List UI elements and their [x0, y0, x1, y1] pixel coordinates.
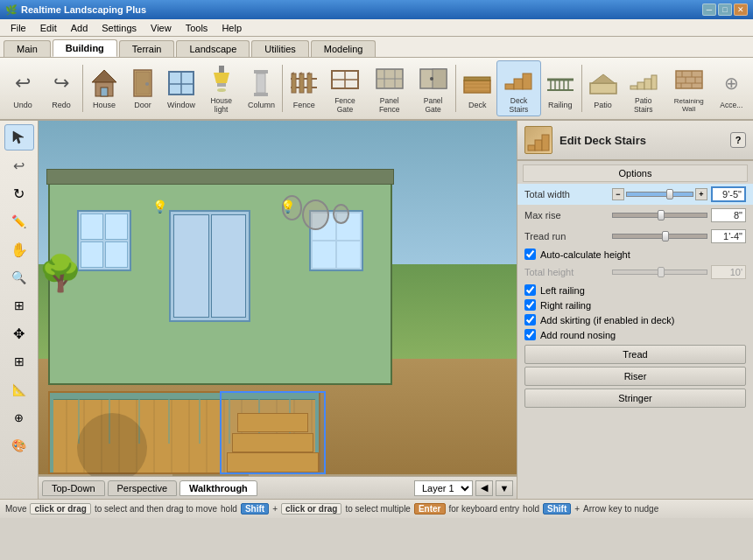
view-tab-walkthrough[interactable]: Walkthrough [179, 480, 257, 496]
toolbar-patio[interactable]: Patio [584, 66, 623, 111]
layer-select[interactable]: Layer 1 [414, 480, 473, 496]
svg-point-12 [217, 88, 226, 92]
column-icon [245, 67, 277, 99]
tab-utilities[interactable]: Utilities [251, 40, 308, 57]
toolbar-deck[interactable]: Deck [458, 66, 496, 111]
add-skirting-label[interactable]: Add skirting (if enabled in deck) [540, 315, 674, 326]
tool-pencil[interactable]: ✏️ [4, 208, 34, 234]
sep4 [581, 65, 582, 112]
tread-run-label: Tread run [524, 231, 612, 242]
toolbar-redo[interactable]: ↪ Redo [42, 66, 81, 111]
titlebar-left: 🌿 Realtime Landscaping Plus [5, 4, 146, 16]
edit-panel-header: Edit Deck Stairs ? [517, 121, 753, 161]
svg-rect-15 [254, 93, 268, 96]
total-width-decrease[interactable]: − [612, 188, 624, 200]
tool-extra[interactable]: ⊕ [4, 404, 34, 430]
toolbar-houselight[interactable]: House light [201, 61, 242, 116]
left-railing-checkbox[interactable] [524, 284, 536, 296]
toolbar-panelgate[interactable]: Panel Gate [412, 61, 454, 116]
total-width-value[interactable] [711, 186, 746, 202]
nav-next[interactable]: ▼ [496, 480, 513, 496]
total-width-increase[interactable]: + [695, 188, 707, 200]
svg-rect-53 [644, 79, 651, 89]
tool-hand[interactable]: ✋ [4, 236, 34, 262]
total-width-track[interactable] [626, 192, 693, 197]
svg-point-5 [145, 82, 149, 86]
help-button[interactable]: ? [730, 132, 746, 148]
svg-marker-0 [92, 70, 116, 82]
statusbar: Move click or drag to select and then dr… [0, 499, 753, 518]
minimize-button[interactable]: ─ [702, 4, 716, 16]
toolbar-house-label: House [93, 101, 116, 109]
toolbar-column[interactable]: Column [242, 66, 280, 111]
menu-help[interactable]: Help [215, 21, 249, 35]
total-height-label: Total height [524, 267, 612, 277]
tool-rotate[interactable]: ↻ [4, 180, 34, 206]
svg-rect-66 [535, 140, 542, 150]
tab-modeling[interactable]: Modeling [311, 40, 376, 57]
toolbar-house[interactable]: House [85, 66, 123, 111]
add-skirting-checkbox[interactable] [524, 314, 536, 326]
tab-building[interactable]: Building [53, 39, 117, 57]
options-bar[interactable]: Options [523, 164, 748, 182]
svg-marker-50 [592, 74, 615, 83]
stringer-button[interactable]: Stringer [524, 388, 746, 408]
svg-rect-52 [637, 82, 644, 89]
tool-move[interactable]: ✥ [4, 320, 34, 346]
auto-calc-checkbox[interactable] [524, 248, 536, 260]
view-tab-topdown[interactable]: Top-Down [42, 480, 105, 496]
toolbar-deckstairs[interactable]: Deck Stairs [496, 60, 540, 116]
svg-rect-19 [299, 74, 304, 93]
tool-undo2[interactable]: ↩ [4, 152, 34, 178]
tread-run-value[interactable] [711, 229, 746, 243]
toolbar-window[interactable]: Window [162, 66, 201, 111]
tool-grid[interactable]: ⊞ [4, 348, 34, 374]
max-rise-value[interactable] [711, 208, 746, 222]
toolbar-patiostairs[interactable]: Patio Stairs [623, 61, 665, 116]
tool-measure[interactable]: 📐 [4, 376, 34, 402]
riser-button[interactable]: Riser [524, 367, 746, 386]
nav-prev[interactable]: ◀ [475, 480, 493, 496]
auto-calc-label[interactable]: Auto-calculate height [540, 249, 630, 260]
status-enter: Enter [414, 503, 446, 514]
toolbar-retainingwall[interactable]: Retaining Wall [665, 62, 714, 115]
sep2 [282, 65, 283, 112]
tab-terrain[interactable]: Terrain [119, 40, 175, 57]
menu-edit[interactable]: Edit [33, 21, 64, 35]
max-rise-track[interactable] [612, 213, 707, 218]
toolbar-patio-label: Patio [594, 101, 612, 109]
tool-select[interactable] [4, 124, 34, 150]
toolbar-fence[interactable]: Fence [285, 66, 323, 111]
toolbar-undo[interactable]: ↩ Undo [4, 66, 42, 111]
tool-palette[interactable]: 🎨 [4, 432, 34, 458]
toolbar-door[interactable]: Door [123, 66, 162, 111]
total-width-row: Total width − + [517, 184, 753, 205]
toolbar-railing-label: Railing [548, 101, 573, 109]
status-clickdrag1: click or drag [30, 503, 90, 514]
tab-landscape[interactable]: Landscape [176, 40, 250, 57]
toolbar-railing[interactable]: Railing [541, 66, 580, 111]
close-button[interactable]: ✕ [734, 4, 748, 16]
view-tab-perspective[interactable]: Perspective [108, 480, 177, 496]
tread-button[interactable]: Tread [524, 345, 746, 364]
toolbar-panelfence[interactable]: Panel Fence [367, 61, 412, 116]
right-railing-label[interactable]: Right railing [540, 300, 591, 311]
menu-view[interactable]: View [144, 21, 179, 35]
toolbar-fencegate[interactable]: Fence Gate [323, 61, 366, 116]
toolbar-fencegate-label: Fence Gate [327, 96, 362, 114]
menu-file[interactable]: File [4, 21, 33, 35]
add-round-nosing-label[interactable]: Add round nosing [540, 330, 616, 340]
menu-add[interactable]: Add [64, 21, 95, 35]
right-railing-checkbox[interactable] [524, 299, 536, 311]
tool-zoom-in[interactable]: 🔍 [4, 264, 34, 290]
left-railing-label[interactable]: Left railing [540, 285, 585, 296]
toolbar-accessories[interactable]: ⊕ Acce... [714, 66, 749, 111]
menu-tools[interactable]: Tools [179, 21, 215, 35]
tab-main[interactable]: Main [4, 40, 51, 57]
tread-run-track[interactable] [612, 234, 707, 239]
maximize-button[interactable]: □ [718, 4, 732, 16]
add-round-nosing-checkbox[interactable] [524, 329, 536, 340]
viewport[interactable]: 💡 💡 [39, 121, 517, 499]
tool-crop[interactable]: ⊞ [4, 292, 34, 318]
menu-settings[interactable]: Settings [95, 21, 144, 35]
